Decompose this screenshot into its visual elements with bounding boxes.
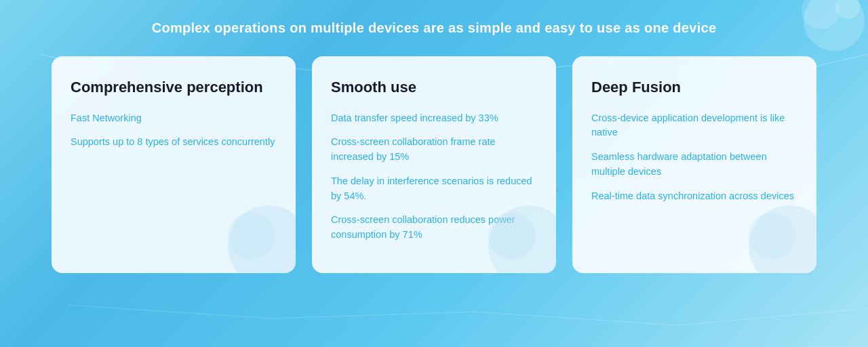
card-item-3-2: Real-time data synchronization across de… bbox=[591, 189, 797, 204]
card-item-1-0: Fast Networking bbox=[71, 111, 277, 126]
card-deep-fusion: Deep Fusion Cross-device application dev… bbox=[572, 56, 816, 273]
card-comprehensive-perception: Comprehensive perception Fast Networking… bbox=[52, 56, 296, 273]
card-smooth-use: Smooth use Data transfer speed increased… bbox=[312, 56, 556, 273]
page-headline: Complex operations on multiple devices a… bbox=[152, 20, 717, 36]
card-item-2-1: Cross-screen collaboration frame rate in… bbox=[331, 135, 537, 165]
card-item-2-2: The delay in interference scenarios is r… bbox=[331, 174, 537, 204]
card-title-3: Deep Fusion bbox=[591, 78, 797, 98]
card-title-1: Comprehensive perception bbox=[71, 78, 277, 98]
card-item-3-1: Seamless hardware adaptation between mul… bbox=[591, 150, 797, 180]
cards-container: Comprehensive perception Fast Networking… bbox=[41, 56, 827, 273]
card-item-2-0: Data transfer speed increased by 33% bbox=[331, 111, 537, 126]
card-item-1-1: Supports up to 8 types of services concu… bbox=[71, 135, 277, 150]
card-item-3-0: Cross-device application development is … bbox=[591, 111, 797, 141]
card-title-2: Smooth use bbox=[331, 78, 537, 98]
